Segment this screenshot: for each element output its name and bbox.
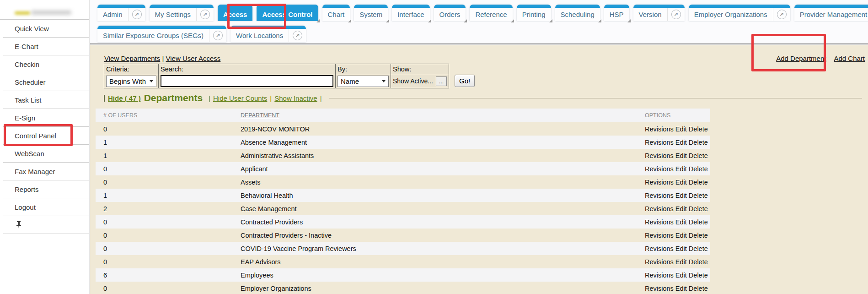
edit-link[interactable]: Edit (675, 285, 687, 292)
revisions-link[interactable]: Revisions (645, 258, 674, 266)
by-select-value: Name (341, 77, 359, 85)
sidebar-item-e-sign[interactable]: E-Sign (3, 109, 89, 127)
edit-link[interactable]: Edit (675, 245, 687, 252)
separator: | (270, 94, 272, 102)
delete-link[interactable]: Delete (689, 232, 708, 239)
tab-external-segment[interactable]: ↗ (667, 8, 685, 21)
sidebar-item-logout[interactable]: Logout (3, 198, 89, 216)
col-header-department[interactable]: DEPARTMENT (233, 109, 637, 122)
edit-link[interactable]: Edit (675, 139, 687, 146)
show-filter-value[interactable]: Show Active... (393, 77, 433, 85)
edit-link[interactable]: Edit (675, 272, 687, 279)
show-inactive-link[interactable]: Show Inactive (274, 94, 317, 102)
tab-label: Access (218, 8, 253, 21)
tab-similar-exposure-groups-segs[interactable]: Similar Exposure Groups (SEGs)↗ (97, 26, 226, 42)
tab-access-control[interactable]: Access Control (257, 5, 318, 21)
edit-link[interactable]: Edit (675, 205, 687, 212)
sidebar-item-e-chart[interactable]: E-Chart (3, 38, 89, 55)
revisions-link[interactable]: Revisions (645, 192, 674, 199)
tab-my-settings[interactable]: My Settings↗ (150, 5, 214, 21)
tab-access[interactable]: Access (218, 5, 253, 21)
edit-link[interactable]: Edit (675, 218, 687, 226)
delete-link[interactable]: Delete (689, 245, 708, 252)
sidebar-item-control-panel[interactable]: Control Panel (3, 127, 89, 145)
tab-external-segment[interactable]: ↗ (209, 29, 226, 42)
sidebar-pin-row[interactable] (3, 216, 89, 234)
sidebar-item-reports[interactable]: Reports (3, 180, 89, 198)
sidebar-item-quick-view[interactable]: Quick View (3, 20, 89, 38)
section-title: Departments (144, 93, 203, 103)
revisions-link[interactable]: Revisions (645, 232, 674, 239)
tab-external-segment[interactable]: ↗ (196, 8, 214, 21)
delete-link[interactable]: Delete (689, 205, 708, 212)
dropdown-caret-icon (348, 19, 351, 22)
edit-link[interactable]: Edit (675, 232, 687, 239)
search-input[interactable] (161, 75, 333, 87)
edit-link[interactable]: Edit (675, 258, 687, 266)
add-department-link[interactable]: Add Department (776, 54, 826, 62)
view-departments-link[interactable]: View Departments (104, 54, 160, 62)
tab-printing[interactable]: Printing (517, 5, 551, 21)
edit-link[interactable]: Edit (675, 192, 687, 199)
delete-link[interactable]: Delete (689, 192, 708, 199)
edit-link[interactable]: Edit (675, 152, 687, 159)
revisions-link[interactable]: Revisions (645, 285, 674, 292)
tab-label: Work Locations (230, 29, 289, 42)
go-button[interactable]: Go! (455, 75, 475, 87)
tab-label: System (354, 8, 388, 21)
tab-system[interactable]: System (354, 5, 388, 21)
revisions-link[interactable]: Revisions (645, 179, 674, 186)
edit-link[interactable]: Edit (675, 125, 687, 133)
cell-options: RevisionsEditDelete (637, 202, 710, 215)
delete-link[interactable]: Delete (689, 125, 708, 133)
sidebar-item-checkin[interactable]: Checkin (3, 55, 89, 73)
tab-scheduling[interactable]: Scheduling (555, 5, 600, 21)
tab-chart[interactable]: Chart (322, 5, 350, 21)
delete-link[interactable]: Delete (689, 179, 708, 186)
tab-work-locations[interactable]: Work Locations↗ (230, 26, 306, 42)
more-options-button[interactable]: ... (436, 76, 447, 86)
delete-link[interactable]: Delete (689, 152, 708, 159)
delete-link[interactable]: Delete (689, 218, 708, 226)
tab-admin[interactable]: Admin↗ (97, 5, 145, 21)
revisions-link[interactable]: Revisions (645, 218, 674, 226)
revisions-link[interactable]: Revisions (645, 245, 674, 252)
delete-link[interactable]: Delete (689, 285, 708, 292)
tab-reference[interactable]: Reference (470, 5, 512, 21)
criteria-select[interactable]: Begins With (106, 76, 156, 87)
add-chart-link[interactable]: Add Chart (834, 54, 865, 62)
delete-link[interactable]: Delete (689, 272, 708, 279)
edit-link[interactable]: Edit (675, 165, 687, 173)
cell-department-name: EAP Advisors (233, 255, 637, 268)
delete-link[interactable]: Delete (689, 258, 708, 266)
revisions-link[interactable]: Revisions (645, 152, 674, 159)
revisions-link[interactable]: Revisions (645, 139, 674, 146)
tab-hsp[interactable]: HSP (604, 5, 629, 21)
sidebar-item-webscan[interactable]: WebScan (3, 145, 89, 163)
tab-version[interactable]: Version↗ (633, 5, 685, 21)
revisions-link[interactable]: Revisions (645, 165, 674, 173)
delete-link[interactable]: Delete (689, 139, 708, 146)
delete-link[interactable]: Delete (689, 165, 708, 173)
tab-external-segment[interactable]: ↗ (289, 29, 306, 42)
edit-link[interactable]: Edit (675, 179, 687, 186)
hide-departments-link[interactable]: Hide ( 47 ) (108, 94, 141, 102)
hide-user-counts-link[interactable]: Hide User Counts (213, 94, 267, 102)
tab-provider-management[interactable]: Provider Management↗ (794, 5, 868, 21)
revisions-link[interactable]: Revisions (645, 125, 674, 133)
view-user-access-link[interactable]: View User Access (166, 54, 221, 62)
tab-employer-organizations[interactable]: Employer Organizations↗ (689, 5, 790, 21)
tab-interface[interactable]: Interface (392, 5, 429, 21)
tab-external-segment[interactable]: ↗ (128, 8, 145, 21)
by-label: By: (336, 64, 391, 74)
revisions-link[interactable]: Revisions (645, 272, 674, 279)
revisions-link[interactable]: Revisions (645, 205, 674, 212)
tab-external-segment[interactable]: ↗ (773, 8, 790, 21)
cell-department-name: Contracted Providers - Inactive (233, 229, 637, 242)
sidebar-item-task-list[interactable]: Task List (3, 91, 89, 109)
sidebar-item-scheduler[interactable]: Scheduler (3, 73, 89, 91)
external-link-icon: ↗ (777, 10, 787, 19)
tab-orders[interactable]: Orders (434, 5, 466, 21)
sidebar-item-fax-manager[interactable]: Fax Manager (3, 163, 89, 180)
by-select[interactable]: Name (338, 76, 389, 87)
